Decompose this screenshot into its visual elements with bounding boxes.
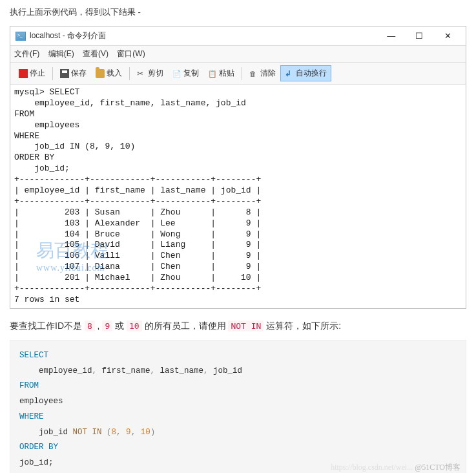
- save-label: 保存: [71, 68, 87, 79]
- wrap-label: 自动换行: [296, 68, 327, 79]
- separator: [242, 67, 242, 80]
- separator: [129, 67, 130, 80]
- menu-window[interactable]: 窗口(W): [117, 49, 145, 58]
- menu-file[interactable]: 文件(F): [14, 49, 39, 58]
- cut-icon: [137, 69, 146, 78]
- minimize-button[interactable]: —: [378, 31, 404, 41]
- load-button[interactable]: 载入: [91, 65, 127, 81]
- menu-view[interactable]: 查看(V): [83, 49, 109, 58]
- kw-where: WHERE: [19, 412, 44, 421]
- code-inline-10: 10: [127, 321, 142, 331]
- code-cols: employee_id, first_name, last_name, job_…: [19, 364, 457, 379]
- paste-label: 粘贴: [219, 68, 234, 79]
- menubar: 文件(F) 编辑(E) 查看(V) 窗口(W): [10, 46, 466, 62]
- intro-text: 执行上面示例代码，得到以下结果 -: [10, 6, 466, 18]
- code-inline-8: 8: [85, 321, 95, 331]
- cut-label: 剪切: [148, 68, 163, 79]
- paste-icon: [208, 69, 217, 78]
- sql-code-block[interactable]: SELECT employee_id, first_name, last_nam…: [10, 340, 466, 473]
- copy-label: 复制: [183, 68, 199, 79]
- clear-button[interactable]: 清除: [245, 65, 280, 81]
- separator: [52, 67, 53, 80]
- wrap-icon: [285, 69, 294, 78]
- text-part: 要查找工作ID不是: [10, 321, 85, 331]
- save-button[interactable]: 保存: [56, 65, 91, 81]
- wrap-button[interactable]: 自动换行: [280, 65, 331, 81]
- close-button[interactable]: ✕: [435, 31, 460, 41]
- footer-faint: https://blog.csdn.net/wei...: [331, 463, 413, 472]
- code-inline-notin: NOT IN: [228, 321, 264, 331]
- code-cond: job_id NOT IN (8, 9, 10): [19, 425, 457, 441]
- paste-button[interactable]: 粘贴: [203, 65, 239, 81]
- kw-select: SELECT: [19, 351, 48, 360]
- explanation-text: 要查找工作ID不是 8 , 9 或 10 的所有员工，请使用 NOT IN 运算…: [10, 321, 466, 332]
- stop-label: 停止: [30, 68, 45, 79]
- terminal-window: localhost - 命令列介面 — ☐ ✕ 文件(F) 编辑(E) 查看(V…: [10, 26, 466, 309]
- code-inline-9: 9: [102, 321, 112, 331]
- window-title: localhost - 命令列介面: [30, 30, 378, 41]
- text-part: 运算符，如下所示:: [264, 321, 341, 331]
- stop-icon: [19, 69, 28, 78]
- stop-button[interactable]: 停止: [14, 65, 50, 81]
- load-label: 载入: [107, 68, 122, 79]
- op-notin: NOT IN: [73, 428, 102, 437]
- footer-dark: @51CTO博客: [415, 463, 460, 472]
- kw-orderby: ORDER BY: [19, 443, 58, 452]
- save-icon: [60, 69, 69, 78]
- kw-from: FROM: [19, 381, 39, 390]
- menu-edit[interactable]: 编辑(E): [48, 49, 74, 58]
- console-output[interactable]: mysql> SELECT employee_id, first_name, l…: [10, 85, 466, 308]
- cut-button[interactable]: 剪切: [132, 65, 168, 81]
- maximize-button[interactable]: ☐: [406, 31, 432, 41]
- load-icon: [96, 69, 105, 78]
- footer-watermark: https://blog.csdn.net/wei... @51CTO博客: [331, 460, 460, 473]
- text-part: 或: [112, 321, 127, 331]
- copy-icon: [172, 69, 181, 78]
- clear-label: 清除: [260, 68, 276, 79]
- text-part: 的所有员工，请使用: [142, 321, 229, 331]
- copy-button[interactable]: 复制: [168, 65, 203, 81]
- toolbar: 停止 保存 载入 剪切 复制 粘贴 清除 自动换行: [10, 62, 466, 85]
- code-table: employees: [19, 394, 457, 410]
- text-part: ,: [95, 321, 103, 331]
- clear-icon: [249, 69, 258, 78]
- terminal-icon: [16, 32, 26, 41]
- titlebar[interactable]: localhost - 命令列介面 — ☐ ✕: [10, 26, 466, 46]
